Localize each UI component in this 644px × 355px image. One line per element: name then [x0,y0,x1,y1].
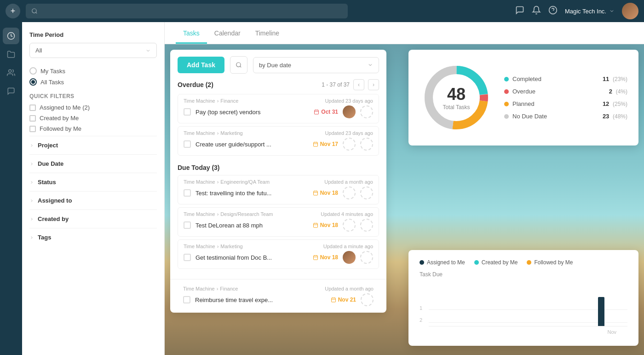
chevron-right-icon [29,198,34,203]
sidebar-item-users[interactable] [3,64,19,81]
tab-label: Calendar [214,29,241,37]
tab-timeline[interactable]: Timeline [248,24,287,44]
pagination: 1 - 37 of 37 ‹ › [322,79,379,90]
filter-created-by-me[interactable]: Created by Me [29,115,157,122]
add-button[interactable]: + [6,4,20,18]
task-panel-header: Add Task by Due date [170,50,386,74]
filter-group-created-by: Created by [29,210,157,228]
filter-group-header-status[interactable]: Status [29,179,157,186]
chart-legend-followed: Followed by Me [527,259,573,266]
due-today-tasks: Time Machine › Engineering/QA Team Updat… [170,175,386,279]
legend-left: Planned [504,100,535,107]
filter-group-header-assigned-to[interactable]: Assigned to [29,197,157,204]
radio-outer-selected [29,78,37,86]
filter-group-project: Project [29,136,157,154]
overdue-title: Overdue (2) [178,81,213,88]
main-layout: Time Period All My Tasks All Tasks Quick… [22,22,644,355]
radio-label: All Tasks [40,79,64,86]
prev-page-button[interactable]: ‹ [353,79,364,90]
filter-label: Followed by Me [40,125,81,132]
filter-group-assigned-to: Assigned to [29,191,157,210]
svg-rect-28 [331,298,335,302]
task-checkbox[interactable] [183,296,190,303]
task-card[interactable]: Time Machine › Finance Updated 23 days a… [178,94,379,123]
task-due-date: Nov 17 [313,141,338,147]
time-period-select[interactable]: All [29,43,157,58]
task-checkbox[interactable] [184,189,191,197]
section-name: Engineering/QA Team [220,179,270,185]
global-search[interactable] [26,4,348,18]
task-assignee-avatar [343,105,356,118]
task-checkbox[interactable] [184,254,191,261]
sidebar-item-folder[interactable] [3,46,19,63]
filter-followed-by-me[interactable]: Followed by Me [29,125,157,132]
task-type-radio-group: My Tasks All Tasks [29,67,157,86]
content-area: Tasks Calendar Timeline Add Task [165,22,644,355]
task-due-date: Nov 21 [331,297,356,303]
project-name: Time Machine [184,179,215,185]
task-card-meta: Time Machine › Finance Updated a month a… [178,282,379,293]
due-date-text: Oct 31 [321,109,338,115]
filter-group-tags: Tags [29,228,157,246]
bar-group [562,290,591,326]
task-title: Test: travelling into the futu... [196,190,308,197]
due-date-text: Nov 18 [320,254,338,261]
updated-time: Updated a month ago [325,286,374,291]
task-card-meta: Time Machine › Marketing Updated 23 days… [178,127,379,138]
radio-my-tasks[interactable]: My Tasks [29,67,157,75]
task-due-date: Nov 18 [313,222,338,228]
donut-center: 48 Total Tasks [443,85,470,111]
x-axis [429,326,627,326]
task-checkbox[interactable] [184,140,191,148]
task-checkbox[interactable] [184,108,191,116]
task-card[interactable]: Time Machine › Design/Research Team Upda… [178,207,379,237]
x-label-nov: Nov [607,329,616,335]
radio-all-tasks[interactable]: All Tasks [29,78,157,86]
bar-group [530,290,558,326]
updated-time: Updated 4 minutes ago [321,211,373,217]
legend-dot-completed [504,77,509,81]
filter-group-header-due-date[interactable]: Due Date [29,160,157,167]
filter-assigned-to-me[interactable]: Assigned to Me (2) [29,104,157,111]
user-avatar[interactable] [622,3,638,19]
filter-group-label: Assigned to [38,197,72,204]
filter-group-due-date: Due Date [29,154,157,173]
task-assignee-empty [360,251,373,264]
filter-label: Assigned to Me (2) [40,104,90,111]
filter-group-header-created-by[interactable]: Created by [29,215,157,222]
bell-icon[interactable] [532,6,541,17]
updated-time: Updated 23 days ago [325,98,373,104]
help-icon[interactable] [548,6,558,17]
tab-tasks[interactable]: Tasks [176,24,207,44]
next-page-button[interactable]: › [368,79,379,90]
task-path: Time Machine › Marketing [184,244,243,249]
sort-button[interactable]: by Due date [253,57,379,73]
chart-area: 2 1 [420,281,627,337]
sidebar-item-chat[interactable] [3,83,19,99]
task-title: Test DeLorean at 88 mph [196,222,308,229]
company-selector[interactable]: Magic Tech Inc. [565,8,615,15]
project-name: Time Machine [184,244,215,249]
chart-legend: Assigned to Me Created by Me Followed by… [420,259,627,266]
project-name: Time Machine [184,130,215,136]
tab-calendar[interactable]: Calendar [207,24,248,44]
add-task-button[interactable]: Add Task [178,57,224,73]
sidebar-item-time[interactable] [3,28,19,44]
task-card[interactable]: Time Machine › Engineering/QA Team Updat… [178,175,379,204]
task-card[interactable]: Time Machine › Marketing Updated a minut… [178,239,379,269]
filter-group-label: Tags [38,234,51,241]
quick-filters-title: Quick filters [29,93,157,99]
task-search-button[interactable] [230,56,247,74]
stats-legend: Completed 11 (23%) Overdue [504,73,627,122]
task-title: Reimburse time travel expe... [195,297,326,303]
chat-icon[interactable] [515,6,524,17]
chart-panel: Assigned to Me Created by Me Followed by… [408,250,638,346]
filter-group-header-tags[interactable]: Tags [29,234,157,241]
filter-group-header-project[interactable]: Project [29,142,157,149]
task-card-meta: Time Machine › Design/Research Team Upda… [178,208,379,219]
bar-stacks [598,290,619,326]
task-card[interactable]: Time Machine › Marketing Updated 23 days… [178,126,379,156]
donut-section: 48 Total Tasks Completed 11 [420,61,627,134]
svg-point-6 [236,63,241,67]
task-checkbox[interactable] [184,221,191,229]
